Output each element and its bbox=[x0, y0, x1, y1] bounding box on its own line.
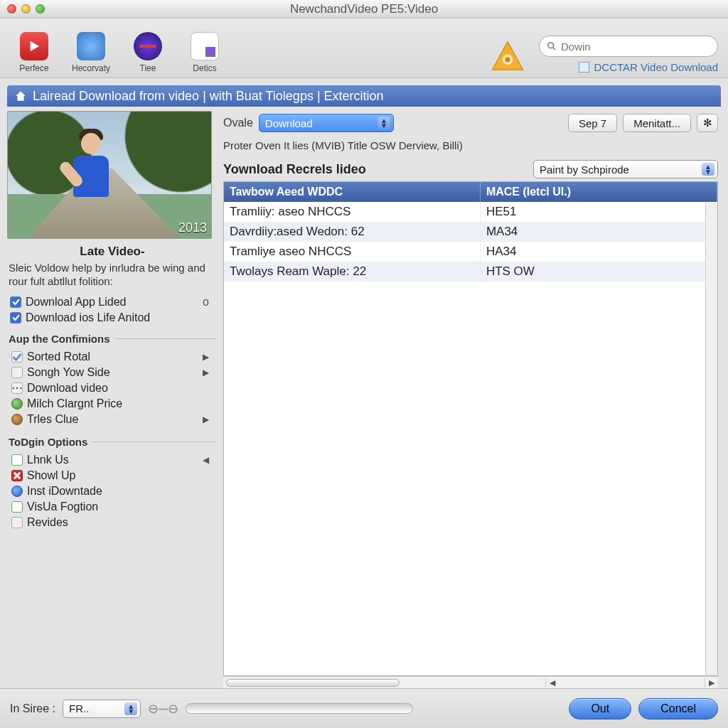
toolbar-label: Hecorvaty bbox=[72, 63, 110, 73]
item-lhnk-us[interactable]: Lhnk Us◀ bbox=[9, 452, 216, 468]
in-siree-label: In Siree : bbox=[10, 702, 55, 715]
checkbox-icon bbox=[11, 454, 23, 466]
settings-button[interactable]: ✻ bbox=[697, 114, 718, 132]
document-icon bbox=[191, 32, 219, 60]
toolbar-tiee[interactable]: Tiee bbox=[124, 32, 172, 73]
search-field[interactable] bbox=[561, 41, 710, 53]
item-songh-yow[interactable]: Songh Yow Side▶ bbox=[9, 365, 216, 380]
ovale-combo[interactable]: Download ▲▼ bbox=[259, 114, 394, 132]
date-button[interactable]: Sep 7 bbox=[568, 114, 617, 132]
chevron-right-icon: ▶ bbox=[203, 352, 209, 362]
toolbar-label: Perfece bbox=[19, 63, 48, 73]
menitatt-button[interactable]: Menitatt... bbox=[623, 114, 691, 132]
cancel-button[interactable]: Concel bbox=[638, 698, 718, 719]
checkbox-icon bbox=[11, 351, 23, 363]
subheader: Proter Oven It lies (MVIB) Title OSW Der… bbox=[223, 139, 718, 151]
dot-icon bbox=[11, 398, 23, 410]
thumbnail-year: 2013 bbox=[178, 220, 207, 235]
item-milch-price[interactable]: Milch Clargnt Price bbox=[9, 396, 216, 412]
table-title: Yownload Recrels lideo bbox=[223, 162, 366, 177]
toolbar-label: Tiee bbox=[140, 63, 156, 73]
results-table[interactable]: Tawbow Aeed WDDC MACE (Ietcl UI.) Tramli… bbox=[223, 181, 718, 676]
checkbox-icon bbox=[10, 312, 21, 323]
box-icon bbox=[11, 517, 23, 528]
toolbar-hecorvaty[interactable]: Hecorvaty bbox=[67, 32, 115, 73]
scroll-thumb[interactable] bbox=[226, 679, 400, 687]
dot-icon bbox=[11, 414, 23, 425]
box-icon: ⋯ bbox=[11, 382, 23, 394]
scroll-left-icon[interactable]: ◀ bbox=[545, 678, 559, 687]
item-download-video[interactable]: ⋯Download video bbox=[9, 380, 216, 396]
video-description: Sleic Voldow help by inrludra be wing an… bbox=[9, 262, 216, 289]
toolbar-perfece[interactable]: Perfece bbox=[10, 32, 58, 73]
item-visua-fogtion[interactable]: VisUa Fogtion bbox=[9, 499, 216, 515]
svg-point-2 bbox=[548, 43, 554, 48]
footer: In Siree : FR.. ▲▼ ⊖─⊖ Out Concel bbox=[0, 688, 728, 728]
toolbar: Perfece Hecorvaty Tiee Detics DCCTAR Vid… bbox=[0, 18, 728, 78]
download-link[interactable]: DCCTAR Video Download bbox=[579, 61, 718, 73]
svg-line-3 bbox=[553, 48, 556, 50]
group-confimions: Aup the Confimions Sorted Rotal▶ Songh Y… bbox=[9, 333, 216, 427]
toolbar-label: Detics bbox=[193, 63, 216, 73]
group-title: Aup the Confimions bbox=[9, 333, 114, 345]
window-title: NewchandVideo PE5:Video bbox=[0, 2, 728, 16]
language-combo[interactable]: FR.. ▲▼ bbox=[63, 700, 141, 718]
chevron-right-icon: ▶ bbox=[203, 368, 209, 378]
scroll-right-icon[interactable]: ▶ bbox=[705, 678, 718, 687]
updown-icon: ▲▼ bbox=[124, 702, 137, 715]
header-bar: Lairead Download from video | with Buat … bbox=[7, 85, 721, 107]
col-tawbow[interactable]: Tawbow Aeed WDDC bbox=[224, 182, 481, 202]
svg-point-1 bbox=[505, 57, 510, 62]
ovale-label: Ovale bbox=[223, 117, 253, 129]
main-panel: Ovale Download ▲▼ Sep 7 Menitatt... ✻ Pr… bbox=[220, 111, 721, 688]
warning-icon bbox=[491, 39, 525, 73]
zoom-out-icon[interactable]: ⊖─⊖ bbox=[148, 701, 178, 717]
group-title: ToDgin Options bbox=[9, 436, 92, 448]
item-sorted-rotal[interactable]: Sorted Rotal▶ bbox=[9, 349, 216, 365]
out-button[interactable]: Out bbox=[569, 698, 631, 719]
video-title: Late Video- bbox=[7, 245, 218, 259]
item-inst-downtade[interactable]: Inst iDowntade bbox=[9, 483, 216, 499]
toolbar-detics[interactable]: Detics bbox=[181, 32, 229, 73]
paint-combo[interactable]: Paint by Schpirode ▲▼ bbox=[533, 160, 718, 178]
compass-icon bbox=[134, 32, 162, 60]
check-download-app[interactable]: Downloal App Lided o bbox=[7, 294, 218, 310]
search-input[interactable] bbox=[539, 36, 718, 57]
x-icon bbox=[11, 470, 23, 481]
check-download-ios[interactable]: Download ios Life Anitod bbox=[7, 310, 218, 326]
play-icon bbox=[20, 32, 48, 60]
gear-icon: ✻ bbox=[703, 117, 712, 129]
zoom-slider[interactable] bbox=[186, 703, 413, 714]
shield-icon bbox=[77, 32, 105, 60]
table-row[interactable]: Davrdiiy:ased Wedon: 62MA34 bbox=[224, 222, 717, 242]
checkbox-icon bbox=[11, 501, 23, 513]
col-mace[interactable]: MACE (Ietcl UI.) bbox=[481, 182, 717, 202]
checkbox-icon bbox=[10, 296, 21, 308]
chevron-right-icon: ▶ bbox=[203, 414, 209, 424]
table-row[interactable]: Tramliiy: aseo NHCCSHE51 bbox=[224, 202, 717, 222]
box-icon bbox=[11, 367, 23, 378]
updown-icon: ▲▼ bbox=[378, 117, 390, 129]
horizontal-scrollbar[interactable]: ◀ ▶ bbox=[223, 676, 718, 688]
item-revides[interactable]: Revides bbox=[9, 515, 216, 530]
item-trles-clue[interactable]: Trles Clue▶ bbox=[9, 412, 216, 427]
table-header[interactable]: Tawbow Aeed WDDC MACE (Ietcl UI.) bbox=[224, 182, 717, 202]
sidebar: 2013 Late Video- Sleic Voldow help by in… bbox=[7, 111, 218, 688]
link-checkbox-icon bbox=[579, 62, 589, 73]
header-text: Lairead Download from video | with Buat … bbox=[33, 89, 384, 104]
dot-icon bbox=[11, 486, 23, 497]
vertical-scrollbar[interactable] bbox=[705, 203, 717, 675]
chevron-left-icon: ◀ bbox=[203, 455, 209, 465]
video-thumbnail[interactable]: 2013 bbox=[7, 111, 212, 239]
home-icon bbox=[14, 90, 27, 102]
titlebar: NewchandVideo PE5:Video bbox=[0, 0, 728, 18]
table-row[interactable]: Tramliye aseo NHCCSHA34 bbox=[224, 242, 717, 262]
table-row[interactable]: Twolays Ream Waple: 22HTS OW bbox=[224, 262, 717, 282]
search-icon bbox=[547, 41, 557, 51]
updown-icon: ▲▼ bbox=[702, 163, 714, 176]
item-showl-up[interactable]: Showl Up bbox=[9, 468, 216, 483]
group-todgin: ToDgin Options Lhnk Us◀ Showl Up Inst iD… bbox=[9, 436, 216, 530]
